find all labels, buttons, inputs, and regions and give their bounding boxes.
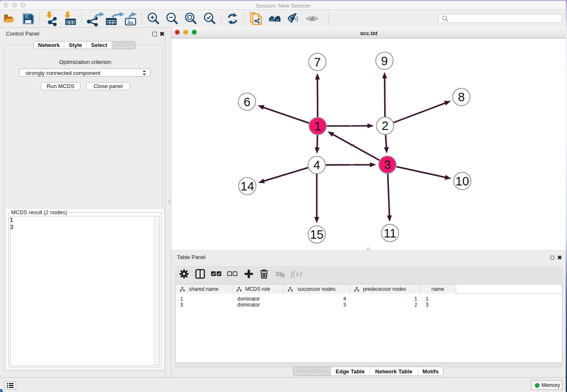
svg-text:2: 2 [382,119,388,133]
svg-text:1: 1 [314,119,321,133]
svg-text:7: 7 [314,55,321,69]
svg-text:4: 4 [314,158,320,172]
svg-text:8: 8 [458,90,465,104]
svg-text:9: 9 [381,54,388,68]
svg-text:15: 15 [310,228,323,241]
svg-text:11: 11 [384,226,396,240]
svg-text:6: 6 [244,95,250,109]
svg-text:3: 3 [384,158,391,171]
svg-text:14: 14 [240,179,254,193]
svg-text:10: 10 [455,174,469,188]
